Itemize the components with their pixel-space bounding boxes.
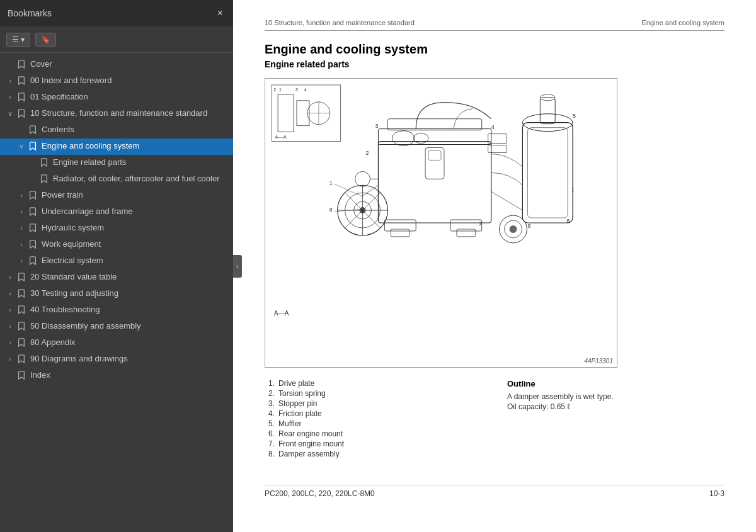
bookmark-item-engine-parts[interactable]: Engine related parts <box>0 155 233 171</box>
expander-20-standard[interactable]: › <box>5 273 15 282</box>
outline-line: A damper assembly is wet type. <box>507 392 724 401</box>
parts-item: 5.Muffler <box>265 419 482 428</box>
doc-header-right: Engine and cooling system <box>642 19 724 26</box>
bookmark-icon-90-diagrams <box>16 354 26 363</box>
bookmark-item-40-trouble[interactable]: › 40 Troubleshooting <box>0 302 233 319</box>
bookmark-item-undercarriage[interactable]: › Undercarriage and frame <box>0 204 233 220</box>
parts-name: Drive plate <box>278 379 314 388</box>
sidebar-collapse-button[interactable]: ‹ <box>233 255 242 278</box>
expander-power-train[interactable]: › <box>16 191 26 200</box>
bookmark-item-power-train[interactable]: › Power train <box>0 188 233 204</box>
parts-name: Friction plate <box>278 409 322 418</box>
bookmark-icon-engine-cooling <box>28 142 38 150</box>
svg-text:5: 5 <box>573 113 576 119</box>
bookmark-item-index[interactable]: Index <box>0 368 233 384</box>
bookmark-label-radiator: Radiator, oil cooler, aftercooler and fu… <box>53 173 229 184</box>
parts-name: Torsion spring <box>278 389 326 398</box>
expander-90-diagrams[interactable]: › <box>5 354 15 364</box>
expander-30-testing[interactable]: › <box>5 289 15 298</box>
parts-item: 2.Torsion spring <box>265 389 482 398</box>
expander-40-trouble[interactable]: › <box>5 305 15 315</box>
expander-01-spec[interactable]: › <box>5 93 15 102</box>
svg-text:4: 4 <box>491 124 495 130</box>
expander-80-appendix[interactable]: › <box>5 338 15 348</box>
sidebar: Bookmarks × ☰ ▾ 🔖 Cover› 00 Index and fo… <box>0 0 233 532</box>
svg-text:1: 1 <box>571 186 575 193</box>
bookmark-item-cover[interactable]: Cover <box>0 57 233 73</box>
bookmark-item-80-appendix[interactable]: › 80 Appendix <box>0 335 233 351</box>
parts-num: 3. <box>265 399 275 408</box>
bookmark-label-electrical: Electrical system <box>42 255 229 266</box>
parts-num: 2. <box>265 389 275 398</box>
bookmark-label-50-disassembly: 50 Disassembly and assembly <box>30 320 229 332</box>
close-button[interactable]: × <box>215 7 226 20</box>
parts-list: 1.Drive plate2.Torsion spring3.Stopper p… <box>265 379 482 460</box>
doc-header-left: 10 Structure, function and maintenance s… <box>265 19 415 26</box>
diagram-code: 44P13301 <box>584 358 613 365</box>
parts-num: 8. <box>265 450 275 458</box>
expander-hydraulic[interactable]: › <box>16 224 26 233</box>
bookmark-label-80-appendix: 80 Appendix <box>30 337 229 348</box>
parts-num: 5. <box>265 419 275 428</box>
outline-title: Outline <box>507 379 724 388</box>
svg-text:1: 1 <box>279 88 282 92</box>
bookmark-item-work-equip[interactable]: › Work equipment <box>0 237 233 253</box>
svg-text:3: 3 <box>295 88 298 92</box>
svg-text:8: 8 <box>329 207 333 213</box>
doc-header-bar: 10 Structure, function and maintenance s… <box>265 19 724 31</box>
list-view-button[interactable]: ☰ ▾ <box>6 33 30 47</box>
bookmark-label-90-diagrams: 90 Diagrams and drawings <box>30 353 229 365</box>
parts-num: 4. <box>265 409 275 418</box>
svg-text:3: 3 <box>375 123 378 129</box>
bookmark-item-90-diagrams[interactable]: › 90 Diagrams and drawings <box>0 351 233 368</box>
bookmark-icon-index <box>16 371 26 380</box>
bookmark-icon-hydraulic <box>28 224 38 232</box>
svg-text:2: 2 <box>273 88 276 92</box>
bookmark-item-01-spec[interactable]: › 01 Specification <box>0 89 233 106</box>
bookmark-icon-contents <box>28 125 38 134</box>
bookmark-item-30-testing[interactable]: › 30 Testing and adjusting <box>0 286 233 302</box>
expander-10-struct[interactable]: ∨ <box>5 109 15 118</box>
parts-name: Damper assembly <box>278 450 340 458</box>
sidebar-header: Bookmarks × <box>0 0 233 26</box>
bookmark-icon-engine-parts <box>39 158 49 167</box>
outline-section: Outline A damper assembly is wet type.Oi… <box>507 379 724 460</box>
bookmark-item-engine-cooling[interactable]: ∨ Engine and cooling system <box>0 139 233 155</box>
parts-num: 1. <box>265 379 275 388</box>
bookmark-icon-power-train <box>28 191 38 200</box>
bookmark-icon-radiator <box>39 174 49 183</box>
bookmark-icon-work-equip <box>28 240 38 249</box>
svg-point-38 <box>510 225 517 233</box>
expander-undercarriage[interactable]: › <box>16 207 26 217</box>
svg-text:2: 2 <box>366 150 369 156</box>
bookmark-label-work-equip: Work equipment <box>42 239 229 250</box>
svg-text:A—A: A—A <box>275 134 287 140</box>
bookmark-icon-00-index <box>16 76 26 85</box>
parts-item: 3.Stopper pin <box>265 399 482 408</box>
expander-50-disassembly[interactable]: › <box>5 322 15 331</box>
sidebar-toolbar: ☰ ▾ 🔖 <box>0 26 233 53</box>
bookmark-item-50-disassembly[interactable]: › 50 Disassembly and assembly <box>0 319 233 335</box>
bookmark-label-01-spec: 01 Specification <box>30 91 229 103</box>
bookmark-item-electrical[interactable]: › Electrical system <box>0 253 233 269</box>
outline-lines: A damper assembly is wet type.Oil capaci… <box>507 392 724 411</box>
bookmark-item-hydraulic[interactable]: › Hydraulic system <box>0 220 233 237</box>
bookmark-label-power-train: Power train <box>42 190 229 201</box>
bookmark-label-index: Index <box>30 370 229 381</box>
bookmark-item-10-struct[interactable]: ∨ 10 Structure, function and maintenance… <box>0 106 233 122</box>
expander-00-index[interactable]: › <box>5 76 15 86</box>
bookmark-item-00-index[interactable]: › 00 Index and foreword <box>0 73 233 89</box>
parts-item: 7.Front engine mount <box>265 439 482 448</box>
bookmark-item-radiator[interactable]: Radiator, oil cooler, aftercooler and fu… <box>0 171 233 188</box>
parts-item: 4.Friction plate <box>265 409 482 418</box>
bookmark-label-40-trouble: 40 Troubleshooting <box>30 304 229 315</box>
bookmark-item-contents[interactable]: Contents <box>0 122 233 139</box>
doc-sub-title: Engine related parts <box>265 59 724 69</box>
bookmark-view-button[interactable]: 🔖 <box>35 33 56 47</box>
bookmark-icon-40-trouble <box>16 305 26 314</box>
bookmark-item-20-standard[interactable]: › 20 Standard value table <box>0 269 233 286</box>
expander-electrical[interactable]: › <box>16 256 26 266</box>
expander-engine-cooling[interactable]: ∨ <box>16 142 26 151</box>
bookmark-icon-electrical <box>28 256 38 265</box>
expander-work-equip[interactable]: › <box>16 240 26 249</box>
